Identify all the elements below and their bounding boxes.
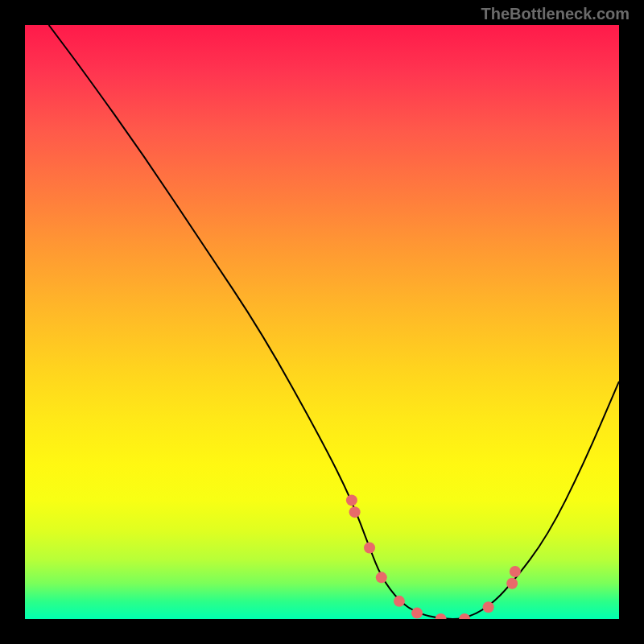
chart-svg bbox=[25, 25, 619, 619]
data-point bbox=[346, 494, 357, 506]
data-point bbox=[483, 601, 494, 613]
data-point bbox=[506, 578, 518, 589]
data-point bbox=[436, 613, 447, 619]
watermark-text: TheBottleneck.com bbox=[481, 5, 630, 23]
data-point bbox=[394, 596, 405, 607]
data-point bbox=[376, 572, 387, 583]
data-point bbox=[411, 608, 423, 619]
data-point bbox=[364, 542, 375, 553]
data-point bbox=[510, 566, 521, 577]
data-point bbox=[459, 613, 470, 619]
bottleneck-curve bbox=[49, 25, 619, 619]
data-point bbox=[349, 506, 361, 518]
